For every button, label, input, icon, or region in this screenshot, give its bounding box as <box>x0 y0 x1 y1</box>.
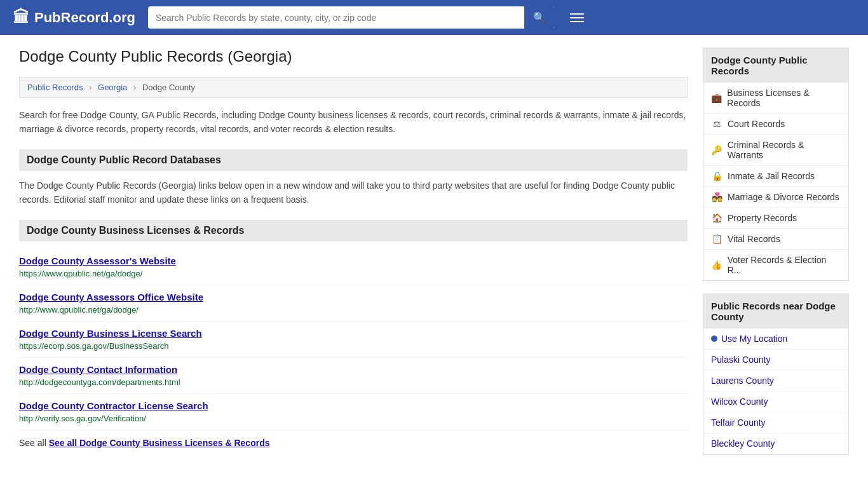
logo-text: PubRecord.org <box>34 10 135 26</box>
databases-section-header: Dodge County Public Record Databases <box>19 149 688 171</box>
county-records-title: Dodge County Public Records <box>703 48 848 83</box>
county-records-box: Dodge County Public Records 💼 Business L… <box>703 48 849 281</box>
sidebar-item-label[interactable]: Court Records <box>728 119 785 129</box>
breadcrumb-public-records[interactable]: Public Records <box>27 83 83 92</box>
sidebar-item-label[interactable]: Inmate & Jail Records <box>728 171 815 181</box>
sidebar-item-label[interactable]: Property Records <box>728 213 797 223</box>
nearby-county-link[interactable]: Bleckley County <box>711 438 775 449</box>
nearby-county-link[interactable]: Pulaski County <box>711 355 770 365</box>
nearby-county-item[interactable]: Laurens County <box>703 370 848 391</box>
sidebar-item-county[interactable]: 💼 Business Licenses & Records <box>703 83 848 114</box>
record-url-link[interactable]: http://dodgecountyga.com/departments.htm… <box>19 377 180 387</box>
breadcrumb-georgia[interactable]: Georgia <box>98 83 127 92</box>
record-list: Dodge County Assessor's Website https://… <box>19 249 688 430</box>
breadcrumb-dodge-county: Dodge County <box>142 83 195 92</box>
sidebar-item-county[interactable]: 🔑 Criminal Records & Warrants <box>703 135 848 166</box>
search-icon: 🔍 <box>533 12 546 23</box>
sidebar-icon: 👍 <box>711 260 722 270</box>
record-url-link[interactable]: http://www.qpublic.net/ga/dodge/ <box>19 305 139 315</box>
nearby-county-item[interactable]: Telfair County <box>703 412 848 433</box>
breadcrumb-sep-2: › <box>133 83 136 92</box>
sidebar-item-label[interactable]: Vital Records <box>728 234 780 244</box>
site-logo[interactable]: 🏛 PubRecord.org <box>13 8 135 27</box>
sidebar: Dodge County Public Records 💼 Business L… <box>703 48 849 468</box>
sidebar-item-label[interactable]: Voter Records & Election R... <box>728 255 841 275</box>
hamburger-line <box>570 17 584 18</box>
record-title-link[interactable]: Dodge County Assessors Office Website <box>19 292 688 302</box>
business-section-header: Dodge County Business Licenses & Records <box>19 220 688 241</box>
breadcrumb-sep-1: › <box>89 83 92 92</box>
record-item: Dodge County Contractor License Search h… <box>19 394 688 430</box>
county-sidebar-items: 💼 Business Licenses & Records ⚖ Court Re… <box>703 83 848 280</box>
see-all-link[interactable]: See all Dodge County Business Licenses &… <box>49 438 270 448</box>
sidebar-item-label[interactable]: Criminal Records & Warrants <box>728 140 841 160</box>
record-item: Dodge County Assessors Office Website ht… <box>19 285 688 322</box>
breadcrumb: Public Records › Georgia › Dodge County <box>19 77 688 98</box>
location-icon <box>711 336 717 342</box>
sidebar-icon: 💼 <box>711 93 722 103</box>
sidebar-item-label[interactable]: Business Licenses & Records <box>727 88 841 108</box>
record-title-link[interactable]: Dodge County Contact Information <box>19 364 688 375</box>
record-item: Dodge County Business License Search htt… <box>19 322 688 358</box>
use-location-link[interactable]: Use My Location <box>721 334 787 344</box>
record-item: Dodge County Contact Information http://… <box>19 358 688 394</box>
databases-description: The Dodge County Public Records (Georgia… <box>19 179 688 207</box>
nearby-records-box: Public Records near Dodge County Use My … <box>703 294 849 455</box>
nearby-records-title: Public Records near Dodge County <box>703 294 848 329</box>
nearby-county-item[interactable]: Pulaski County <box>703 349 848 370</box>
sidebar-item-county[interactable]: 👍 Voter Records & Election R... <box>703 250 848 280</box>
record-item: Dodge County Assessor's Website https://… <box>19 249 688 285</box>
nearby-county-link[interactable]: Telfair County <box>711 417 766 428</box>
sidebar-icon: 📋 <box>711 234 722 244</box>
sidebar-icon: 🔑 <box>711 145 722 155</box>
sidebar-item-county[interactable]: 🏠 Property Records <box>703 208 848 229</box>
search-bar: 🔍 <box>148 6 555 29</box>
search-input[interactable] <box>148 8 524 28</box>
main-content: Dodge County Public Records (Georgia) Pu… <box>19 48 688 468</box>
nearby-county-link[interactable]: Wilcox County <box>711 396 768 407</box>
hamburger-line <box>570 13 584 15</box>
record-title-link[interactable]: Dodge County Contractor License Search <box>19 400 688 411</box>
search-button[interactable]: 🔍 <box>524 6 555 29</box>
sidebar-item-county[interactable]: 💑 Marriage & Divorce Records <box>703 187 848 208</box>
logo-icon: 🏛 <box>13 8 29 27</box>
hamburger-line <box>570 21 584 22</box>
sidebar-icon: 🏠 <box>711 213 722 223</box>
nearby-county-link[interactable]: Laurens County <box>711 376 774 386</box>
nearby-county-item[interactable]: Wilcox County <box>703 391 848 412</box>
sidebar-item-county[interactable]: 🔒 Inmate & Jail Records <box>703 166 848 187</box>
record-title-link[interactable]: Dodge County Business License Search <box>19 328 688 339</box>
sidebar-icon: 💑 <box>711 192 722 202</box>
site-header: 🏛 PubRecord.org 🔍 <box>0 0 868 35</box>
sidebar-item-label[interactable]: Marriage & Divorce Records <box>728 192 839 202</box>
record-url-link[interactable]: http://verify.sos.ga.gov/Verification/ <box>19 414 146 423</box>
hamburger-button[interactable] <box>567 11 587 25</box>
sidebar-icon: 🔒 <box>711 171 722 181</box>
sidebar-item-county[interactable]: 📋 Vital Records <box>703 229 848 250</box>
sidebar-item-county[interactable]: ⚖ Court Records <box>703 114 848 135</box>
use-my-location-item[interactable]: Use My Location <box>703 329 848 349</box>
nearby-sidebar-items: Use My Location Pulaski CountyLaurens Co… <box>703 329 848 454</box>
record-url-link[interactable]: https://ecorp.sos.ga.gov/BusinessSearch <box>19 341 169 351</box>
sidebar-icon: ⚖ <box>711 119 722 129</box>
page-description: Search for free Dodge County, GA Public … <box>19 108 688 137</box>
record-title-link[interactable]: Dodge County Assessor's Website <box>19 255 688 266</box>
record-url-link[interactable]: https://www.qpublic.net/ga/dodge/ <box>19 269 142 278</box>
nearby-county-item[interactable]: Bleckley County <box>703 433 848 454</box>
page-container: Dodge County Public Records (Georgia) Pu… <box>0 35 868 480</box>
see-all-block: See all See all Dodge County Business Li… <box>19 438 688 448</box>
page-title: Dodge County Public Records (Georgia) <box>19 48 688 65</box>
